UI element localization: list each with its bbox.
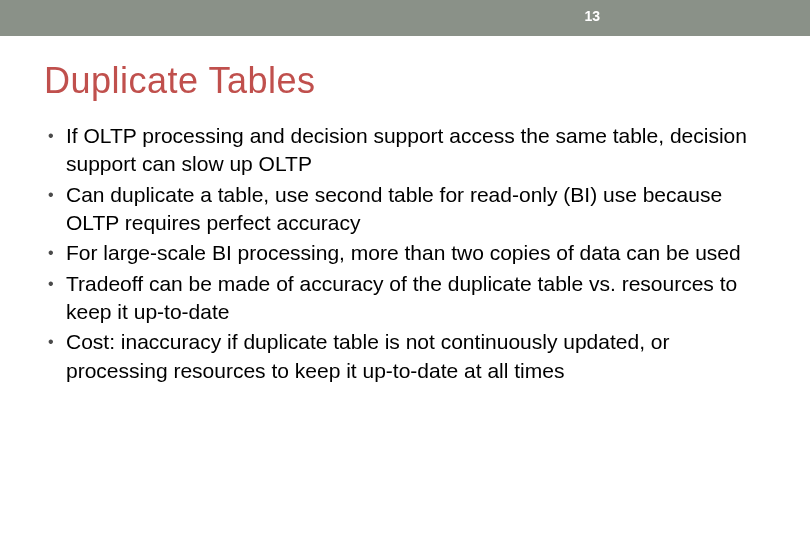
bullet-item: Cost: inaccuracy if duplicate table is n… <box>48 328 770 385</box>
bullet-item: Tradeoff can be made of accuracy of the … <box>48 270 770 327</box>
slide-content: Duplicate Tables If OLTP processing and … <box>0 36 810 385</box>
header-bar: 13 <box>0 0 810 36</box>
bullet-item: Can duplicate a table, use second table … <box>48 181 770 238</box>
page-number: 13 <box>584 8 600 24</box>
bullet-item: If OLTP processing and decision support … <box>48 122 770 179</box>
bullet-list: If OLTP processing and decision support … <box>44 122 770 385</box>
slide-title: Duplicate Tables <box>44 60 770 102</box>
bullet-item: For large-scale BI processing, more than… <box>48 239 770 267</box>
